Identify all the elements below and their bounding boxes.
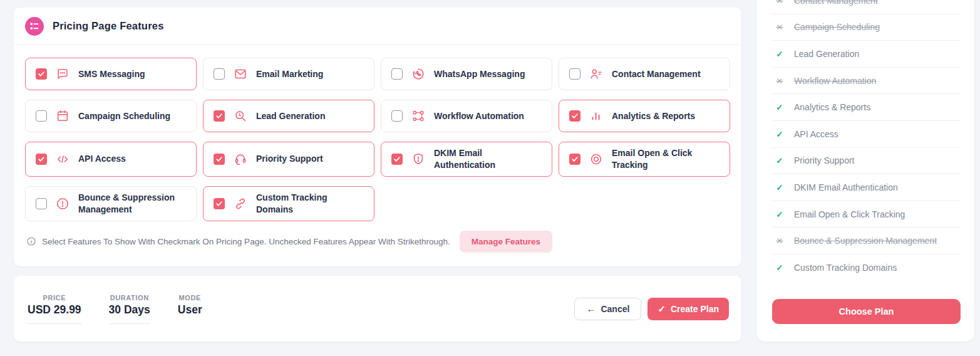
cancel-button[interactable]: ← Cancel <box>574 298 641 320</box>
feature-label: Priority Support <box>256 153 323 165</box>
feature-card[interactable]: Email Marketing <box>203 58 374 90</box>
feature-checkbox[interactable] <box>391 154 403 165</box>
included-feature: ✓Lead Generation <box>772 49 859 59</box>
api-code-icon <box>56 152 70 166</box>
preview-feature-label: DKIM Email Authentication <box>794 182 898 192</box>
summary-field-duration: DURATION30 Days <box>109 294 150 324</box>
feature-card[interactable]: API Access <box>25 142 197 177</box>
feature-checkbox[interactable] <box>36 198 47 209</box>
feature-checkbox[interactable] <box>569 110 580 122</box>
cross-icon: ✕ <box>775 76 784 86</box>
feature-card[interactable]: Analytics & Reports <box>559 100 730 132</box>
card-header: Pricing Page Features <box>14 8 741 45</box>
feature-checkbox[interactable] <box>36 154 47 165</box>
check-icon: ✓ <box>775 102 784 112</box>
feature-card[interactable]: Workflow Automation <box>381 100 552 132</box>
feature-checkbox[interactable] <box>36 68 47 80</box>
feature-checkbox[interactable] <box>214 198 225 209</box>
preview-feature-row: ✓Analytics & Reports <box>772 94 961 121</box>
feature-label: Contact Management <box>612 68 701 80</box>
info-icon <box>26 236 36 246</box>
feature-checkbox[interactable] <box>391 68 403 80</box>
features-grid: SMS MessagingEmail MarketingWhatsApp Mes… <box>14 45 741 221</box>
email-envelope-icon <box>234 67 247 81</box>
page-title: Pricing Page Features <box>53 20 164 32</box>
preview-feature-row: ✓API Access <box>772 121 961 148</box>
feature-card[interactable]: Custom Tracking Domains <box>203 186 374 221</box>
hint-row: Select Features To Show With Checkmark O… <box>14 221 741 253</box>
preview-feature-row: ✕Workflow Automation <box>772 68 961 95</box>
preview-feature-label: Email Open & Click Tracking <box>794 209 905 219</box>
preview-feature-label: Workflow Automation <box>794 76 876 86</box>
feature-card[interactable]: Email Open & Click Tracking <box>559 142 730 177</box>
preview-feature-label: Campaign Scheduling <box>794 22 880 32</box>
support-headset-icon <box>234 152 247 166</box>
create-plan-button[interactable]: ✓ Create Plan <box>647 298 729 320</box>
feature-checkbox[interactable] <box>214 110 225 122</box>
feature-label: Custom Tracking Domains <box>256 192 364 216</box>
feature-card[interactable]: Priority Support <box>203 142 374 177</box>
feature-label: Analytics & Reports <box>612 110 695 122</box>
plan-summary-card: PRICEUSD 29.99DURATION30 DaysMODEUser ← … <box>14 276 741 342</box>
pricing-features-card: Pricing Page Features SMS MessagingEmail… <box>14 8 741 266</box>
feature-label: Workflow Automation <box>434 110 524 122</box>
included-feature: ✓DKIM Email Authentication <box>772 182 898 192</box>
check-icon: ✓ <box>658 304 666 313</box>
manage-features-button[interactable]: Manage Features <box>460 231 552 253</box>
excluded-feature: ✕Contact Management <box>772 0 878 6</box>
feature-card[interactable]: DKIM Email Authentication <box>381 142 552 177</box>
summary-field-value: USD 29.99 <box>28 303 81 324</box>
preview-feature-row: ✕Contact Management <box>772 0 961 14</box>
summary-field-value: 30 Days <box>109 303 150 324</box>
dkim-shield-icon <box>411 152 425 166</box>
contact-user-icon <box>589 67 603 81</box>
feature-card[interactable]: SMS Messaging <box>25 58 197 90</box>
feature-card[interactable]: WhatsApp Messaging <box>381 58 552 90</box>
preview-feature-row: ✓Lead Generation <box>772 41 961 68</box>
feature-label: Lead Generation <box>256 110 325 122</box>
preview-feature-row: ✓DKIM Email Authentication <box>772 174 961 201</box>
summary-field-value: User <box>178 303 202 323</box>
sms-chat-icon <box>56 67 70 81</box>
summary-field-label: PRICE <box>28 294 81 301</box>
summary-field-label: DURATION <box>109 294 150 301</box>
feature-checkbox[interactable] <box>569 154 580 165</box>
feature-checkbox[interactable] <box>214 154 225 165</box>
check-icon: ✓ <box>775 209 784 219</box>
link-chain-icon <box>234 197 247 211</box>
summary-field-mode: MODEUser <box>178 294 202 323</box>
bounce-alert-icon <box>56 197 70 211</box>
preview-feature-label: Lead Generation <box>794 49 859 59</box>
feature-checkbox[interactable] <box>569 68 580 80</box>
feature-checkbox[interactable] <box>214 68 225 80</box>
cross-icon: ✕ <box>775 236 784 246</box>
summary-fields: PRICEUSD 29.99DURATION30 DaysMODEUser <box>26 294 229 324</box>
summary-field-label: MODE <box>178 294 202 301</box>
lead-search-icon <box>234 109 247 123</box>
cancel-button-label: Cancel <box>601 304 629 314</box>
preview-feature-row: ✓Priority Support <box>772 148 961 175</box>
feature-card[interactable]: Campaign Scheduling <box>25 100 197 132</box>
feature-card[interactable]: Lead Generation <box>203 100 374 132</box>
feature-label: WhatsApp Messaging <box>434 68 525 80</box>
create-plan-button-label: Create Plan <box>671 304 719 314</box>
choose-plan-button[interactable]: Choose Plan <box>772 299 961 324</box>
hint-text: Select Features To Show With Checkmark O… <box>42 237 450 246</box>
check-icon: ✓ <box>775 49 784 59</box>
feature-checkbox[interactable] <box>391 110 403 122</box>
preview-feature-row: ✕Bounce & Suppression Management <box>772 228 961 254</box>
preview-feature-label: Contact Management <box>794 0 878 6</box>
plan-preview-card: ✕Contact Management✕Campaign Scheduling✓… <box>756 0 974 342</box>
preview-feature-row: ✕Campaign Scheduling <box>772 14 961 41</box>
feature-label: DKIM Email Authentication <box>434 147 542 171</box>
check-icon: ✓ <box>775 182 784 192</box>
preview-feature-label: API Access <box>794 129 838 139</box>
feature-card[interactable]: Bounce & Suppression Management <box>25 186 197 221</box>
feature-checkbox[interactable] <box>36 110 47 122</box>
feature-card[interactable]: Contact Management <box>559 58 730 90</box>
preview-feature-label: Analytics & Reports <box>794 102 870 112</box>
workflow-nodes-icon <box>411 109 425 123</box>
cross-icon: ✕ <box>775 22 784 32</box>
preview-feature-list: ✕Contact Management✕Campaign Scheduling✓… <box>756 0 974 281</box>
feature-label: Email Marketing <box>256 68 323 80</box>
